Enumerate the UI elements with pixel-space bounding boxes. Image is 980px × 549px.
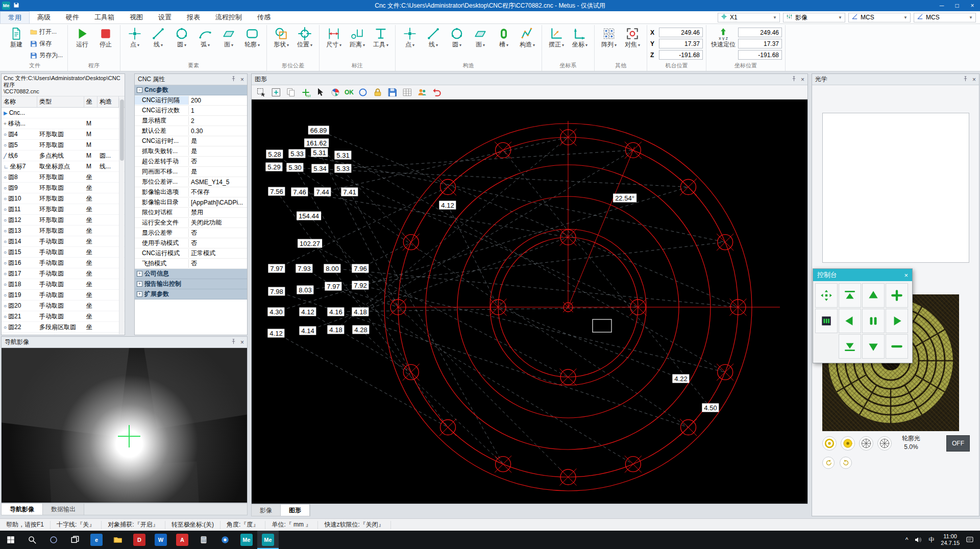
tab-影像[interactable]: 影像 <box>252 505 281 516</box>
console-jog-down[interactable] <box>862 334 885 359</box>
rotate-cw-button[interactable] <box>840 457 852 469</box>
combo-2-MCS[interactable]: MCS▼ <box>848 13 911 22</box>
ribbon-button-运行[interactable]: 运行 <box>71 25 93 48</box>
grid-toggle-icon[interactable] <box>402 87 413 98</box>
speaker-icon[interactable] <box>914 536 922 544</box>
minimize-button[interactable]: ─ <box>934 0 949 11</box>
taskbar-app-calculator[interactable] <box>193 531 214 549</box>
taskbar-start-button[interactable] <box>0 531 21 549</box>
taskbar-app-w[interactable]: W <box>150 531 172 549</box>
panel-close-icon[interactable]: × <box>240 76 244 83</box>
prop-category-报告输出控制[interactable]: +报告输出控制 <box>135 279 247 289</box>
tree-row-圆19[interactable]: ○圆19手动取圆坐 <box>2 290 125 301</box>
tree-scrollbar[interactable] <box>119 98 124 334</box>
pin-icon[interactable] <box>963 76 968 83</box>
light-dot-button[interactable] <box>841 436 855 451</box>
ribbon-button-坐标[interactable]: 坐标 <box>569 25 591 48</box>
tray-chevron[interactable]: ^ <box>905 536 909 543</box>
ribbon-button-对焦[interactable]: 对焦 <box>621 25 644 48</box>
pin-icon[interactable] <box>231 76 236 83</box>
taskbar-app-disc[interactable] <box>214 531 236 549</box>
tree-row-圆12[interactable]: ○圆12环形取圆坐 <box>2 215 125 226</box>
ribbon-button-距离[interactable]: 距离 <box>346 25 369 48</box>
tree-row-圆9[interactable]: ○圆9环形取圆坐 <box>2 183 125 193</box>
ribbon-button-构造[interactable]: 构造 <box>516 25 538 48</box>
taskbar-app-metus-1[interactable]: Me <box>236 531 257 549</box>
ribbon-button-线[interactable]: 线 <box>147 25 169 48</box>
maximize-button[interactable]: □ <box>949 0 965 11</box>
combo-1-影像[interactable]: 影像▼ <box>783 13 845 22</box>
prop-row-CNC运行次数[interactable]: CNC运行次数1 <box>135 106 247 116</box>
ok-confirm-button[interactable]: OK <box>345 87 354 98</box>
taskbar-app-metus-2[interactable]: Me <box>257 531 279 549</box>
tree-row-圆13[interactable]: ○圆13环形取圆坐 <box>2 226 125 236</box>
show-origin-icon[interactable]: xyz <box>300 87 311 98</box>
ime-indicator[interactable]: 中 <box>928 536 935 544</box>
taskbar-clock[interactable]: 11:0024.7.15 <box>941 533 960 546</box>
ribbon-button-点[interactable]: 点 <box>399 25 421 48</box>
console-speed-indicator[interactable] <box>815 309 838 333</box>
ribbon-button-圆[interactable]: 圆 <box>446 25 468 48</box>
tree-row-圆16[interactable]: ○圆16手动取圆坐 <box>2 258 125 268</box>
tree-row-圆17[interactable]: ○圆17手动取圆坐 <box>2 268 125 279</box>
prop-row-限位对话框[interactable]: 限位对话框禁用 <box>135 208 247 218</box>
ribbon-button-轮廓[interactable]: 轮廓 <box>241 25 263 48</box>
ribbon-button-停止[interactable]: 停止 <box>94 25 117 48</box>
tree-scrollbar-thumb[interactable] <box>120 99 124 161</box>
taskbar-app-edge[interactable]: e <box>86 531 107 549</box>
combo-0-X1[interactable]: X1▼ <box>718 13 780 22</box>
tab-传感[interactable]: 传感 <box>250 11 278 23</box>
tab-硬件[interactable]: 硬件 <box>58 11 87 23</box>
tab-设置[interactable]: 设置 <box>151 11 179 23</box>
ribbon-button-槽[interactable]: 槽 <box>493 25 515 48</box>
lock-view-icon[interactable] <box>372 87 383 98</box>
tree-row-圆18[interactable]: ○圆18手动取圆坐 <box>2 279 125 290</box>
prop-category-公司信息[interactable]: +公司信息 <box>135 269 247 279</box>
zoom-fit-icon[interactable] <box>271 87 282 98</box>
quick-position-button[interactable]: x y z快速定位 <box>709 25 737 48</box>
tab-高级[interactable]: 高级 <box>30 11 58 23</box>
light-ring-button[interactable] <box>822 436 837 451</box>
tree-row-圆15[interactable]: ○圆15手动取圆坐 <box>2 247 125 258</box>
prop-category-Cnc参数[interactable]: −Cnc参数 <box>135 85 247 95</box>
console-speed-minus[interactable] <box>886 334 908 359</box>
graphics-canvas[interactable]: 66.89161.625.285.335.315.315.295.305.345… <box>252 99 807 504</box>
quick-save-icon[interactable] <box>13 2 19 10</box>
taskbar-app-a[interactable]: A <box>172 531 193 549</box>
tree-row-移动...[interactable]: +移动...M <box>2 118 125 129</box>
console-jog-left[interactable] <box>839 309 861 333</box>
circle-tool-icon[interactable] <box>357 87 369 98</box>
console-jog-up[interactable] <box>862 283 885 308</box>
prop-row-抓取失败转...[interactable]: 抓取失败转...是 <box>135 146 247 157</box>
combo-3-MCS[interactable]: MCS▼ <box>914 13 976 22</box>
tree-row-Cnc...[interactable]: ▶Cnc... <box>2 108 125 118</box>
tree-row-圆4[interactable]: ○圆4环形取圆M <box>2 129 125 140</box>
close-button[interactable]: × <box>965 0 980 11</box>
tab-流程控制[interactable]: 流程控制 <box>208 11 250 23</box>
tree-row-线6[interactable]: ╱线6多点构线M圆... <box>2 151 125 161</box>
ribbon-button-形状[interactable]: 形状 <box>270 25 292 48</box>
ribbon-button-打开...[interactable]: 打开... <box>29 27 64 37</box>
tree-row-圆21[interactable]: ○圆21手动取圆坐 <box>2 311 125 322</box>
tab-常用[interactable]: 常用 <box>0 11 30 23</box>
ribbon-button-尺寸[interactable]: 尺寸 <box>323 25 345 48</box>
prop-row-CNC运行模式[interactable]: CNC运行模式正常模式 <box>135 248 247 259</box>
ribbon-button-另存为...[interactable]: 另存为... <box>29 51 64 60</box>
ribbon-button-线[interactable]: 线 <box>422 25 445 48</box>
panel-close-icon[interactable]: × <box>801 76 804 83</box>
ribbon-button-新建[interactable]: 新建 <box>5 25 28 48</box>
tree-row-圆8[interactable]: ○圆8环形取圆坐 <box>2 172 125 183</box>
copy-view-icon[interactable] <box>285 87 297 98</box>
ribbon-button-点[interactable]: 点 <box>124 25 146 48</box>
console-jog-right[interactable] <box>886 309 908 333</box>
prop-category-扩展参数[interactable]: +扩展参数 <box>135 289 247 300</box>
console-speed-plus[interactable] <box>886 283 908 308</box>
light-fan-button-1[interactable] <box>859 436 873 451</box>
light-fan-button-2[interactable] <box>877 436 892 451</box>
tree-row-圆14[interactable]: ○圆14手动取圆坐 <box>2 236 125 247</box>
prop-row-同画面不移...[interactable]: 同画面不移...是 <box>135 167 247 177</box>
tree-row-圆5[interactable]: ○圆5环形取圆M <box>2 140 125 151</box>
save-view-icon[interactable] <box>387 87 398 98</box>
tab-视图[interactable]: 视图 <box>122 11 151 23</box>
light-off-button[interactable]: OFF <box>946 435 970 452</box>
